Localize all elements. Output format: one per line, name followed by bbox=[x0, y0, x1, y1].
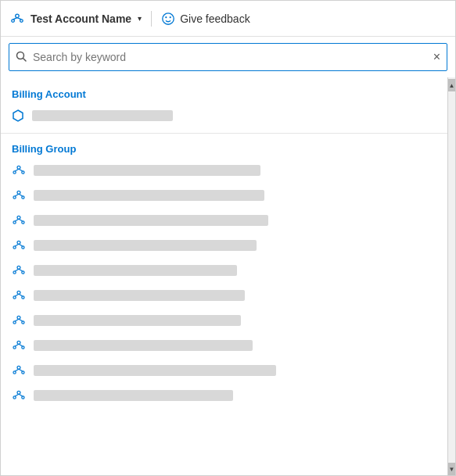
list-item[interactable] bbox=[1, 103, 447, 128]
list-container[interactable]: Billing Account Billing Group bbox=[1, 77, 447, 476]
search-input[interactable] bbox=[33, 51, 427, 63]
scroll-down-button[interactable]: ▼ bbox=[448, 463, 456, 475]
svg-marker-10 bbox=[13, 110, 23, 121]
svg-point-23 bbox=[22, 220, 24, 223]
svg-line-4 bbox=[17, 17, 21, 19]
billing-group-icon bbox=[12, 363, 26, 379]
svg-point-21 bbox=[17, 216, 20, 219]
skeleton-item bbox=[34, 165, 260, 176]
svg-point-32 bbox=[13, 270, 16, 273]
svg-line-25 bbox=[19, 219, 23, 221]
svg-point-48 bbox=[22, 345, 24, 348]
svg-point-0 bbox=[16, 14, 20, 18]
give-feedback-button[interactable]: Give feedback bbox=[161, 12, 250, 26]
svg-line-40 bbox=[19, 294, 23, 296]
svg-point-5 bbox=[163, 13, 174, 23]
list-item[interactable] bbox=[1, 358, 447, 383]
billing-group-icon bbox=[12, 263, 26, 279]
svg-point-52 bbox=[13, 370, 16, 373]
skeleton-item bbox=[34, 315, 241, 326]
scrollbar[interactable]: ▲ ▼ bbox=[447, 77, 455, 476]
list-item[interactable] bbox=[1, 383, 447, 408]
billing-group-icon bbox=[12, 238, 26, 254]
svg-point-46 bbox=[17, 341, 20, 344]
svg-line-49 bbox=[15, 344, 19, 346]
svg-line-45 bbox=[19, 319, 23, 321]
billing-account-header: Billing Account bbox=[1, 84, 447, 103]
list-item[interactable] bbox=[1, 183, 447, 208]
svg-point-12 bbox=[13, 170, 16, 173]
skeleton-item bbox=[34, 240, 257, 251]
svg-line-15 bbox=[19, 169, 23, 171]
account-icon bbox=[10, 11, 26, 27]
skeleton-item bbox=[34, 365, 276, 376]
scroll-up-button[interactable]: ▲ bbox=[448, 79, 456, 91]
account-info[interactable]: Test Account Name ▾ bbox=[10, 11, 142, 27]
list-item[interactable] bbox=[1, 158, 447, 183]
svg-point-7 bbox=[170, 16, 171, 18]
skeleton-item bbox=[34, 190, 264, 201]
svg-point-11 bbox=[17, 166, 20, 169]
list-item[interactable] bbox=[1, 283, 447, 308]
search-bar[interactable]: × bbox=[9, 43, 447, 71]
billing-account-icon bbox=[12, 109, 24, 122]
svg-point-57 bbox=[13, 395, 16, 398]
svg-point-6 bbox=[165, 16, 167, 18]
billing-group-icon bbox=[12, 163, 26, 179]
svg-point-43 bbox=[22, 320, 24, 323]
svg-line-3 bbox=[13, 17, 17, 19]
svg-point-47 bbox=[13, 345, 16, 348]
list-item[interactable] bbox=[1, 233, 447, 258]
svg-point-53 bbox=[22, 370, 24, 373]
skeleton-item bbox=[32, 110, 173, 121]
svg-point-38 bbox=[22, 295, 24, 298]
billing-group-icon bbox=[12, 188, 26, 204]
clear-search-button[interactable]: × bbox=[427, 51, 447, 63]
svg-point-37 bbox=[13, 295, 16, 298]
account-name: Test Account Name bbox=[31, 13, 131, 25]
search-icon bbox=[9, 51, 33, 64]
skeleton-item bbox=[34, 215, 268, 226]
svg-point-42 bbox=[13, 320, 16, 323]
svg-line-29 bbox=[15, 244, 19, 246]
header: Test Account Name ▾ Give feedback bbox=[1, 1, 455, 37]
svg-line-50 bbox=[19, 344, 23, 346]
svg-line-30 bbox=[19, 244, 23, 246]
svg-point-31 bbox=[17, 266, 20, 269]
header-divider bbox=[151, 11, 152, 27]
svg-point-36 bbox=[17, 291, 20, 294]
svg-point-41 bbox=[17, 316, 20, 319]
svg-line-9 bbox=[23, 58, 27, 61]
svg-point-1 bbox=[12, 19, 15, 22]
svg-line-24 bbox=[15, 219, 19, 221]
svg-point-26 bbox=[17, 241, 20, 244]
chevron-down-icon: ▾ bbox=[138, 14, 142, 23]
billing-group-icon bbox=[12, 213, 26, 229]
billing-group-icon bbox=[12, 288, 26, 304]
svg-line-55 bbox=[19, 369, 23, 371]
svg-line-54 bbox=[15, 369, 19, 371]
svg-point-18 bbox=[22, 195, 24, 198]
svg-point-56 bbox=[17, 391, 20, 394]
billing-group-icon bbox=[12, 313, 26, 329]
section-divider bbox=[1, 133, 447, 134]
list-item[interactable] bbox=[1, 308, 447, 333]
svg-line-59 bbox=[15, 394, 19, 396]
list-item[interactable] bbox=[1, 333, 447, 358]
svg-line-60 bbox=[19, 394, 23, 396]
svg-point-28 bbox=[22, 245, 24, 248]
svg-line-39 bbox=[15, 294, 19, 296]
feedback-icon bbox=[161, 12, 175, 26]
svg-point-51 bbox=[17, 366, 20, 369]
svg-point-22 bbox=[13, 220, 16, 223]
billing-group-header: Billing Group bbox=[1, 138, 447, 158]
billing-group-icon bbox=[12, 388, 26, 404]
skeleton-item bbox=[34, 390, 233, 401]
svg-line-35 bbox=[19, 269, 23, 271]
list-item[interactable] bbox=[1, 258, 447, 283]
svg-point-2 bbox=[20, 19, 23, 22]
list-item[interactable] bbox=[1, 208, 447, 233]
skeleton-item bbox=[34, 340, 253, 351]
svg-point-58 bbox=[22, 395, 24, 398]
svg-point-33 bbox=[22, 270, 24, 273]
